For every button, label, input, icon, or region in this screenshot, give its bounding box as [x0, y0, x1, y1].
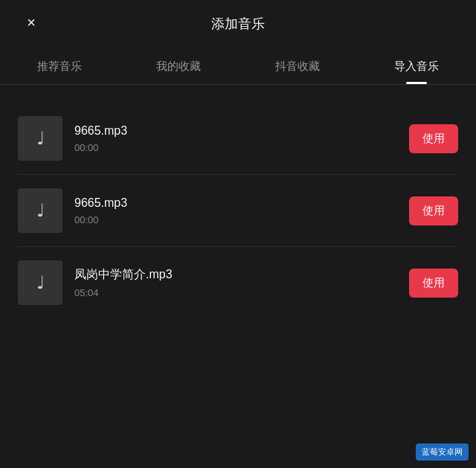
close-icon: ×: [27, 14, 36, 31]
use-button[interactable]: 使用: [409, 196, 458, 225]
close-button[interactable]: ×: [18, 9, 45, 36]
list-item: ♩ 凤岗中学简介.mp3 05:04 使用: [0, 247, 476, 318]
tab-recommended[interactable]: 推荐音乐: [0, 54, 119, 84]
music-info: 凤岗中学简介.mp3 05:04: [74, 267, 397, 298]
use-button[interactable]: 使用: [409, 269, 458, 298]
music-duration: 05:04: [74, 287, 397, 298]
music-duration: 00:00: [74, 214, 397, 225]
music-info: 9665.mp3 00:00: [74, 196, 397, 225]
music-info: 9665.mp3 00:00: [74, 124, 397, 153]
music-note-icon: ♩: [36, 272, 45, 293]
watermark: 蓝莓安卓网: [416, 443, 469, 461]
music-thumbnail: ♩: [18, 260, 62, 305]
music-duration: 00:00: [74, 142, 397, 153]
list-item: ♩ 9665.mp3 00:00 使用: [0, 175, 476, 246]
music-name: 凤岗中学简介.mp3: [74, 267, 397, 283]
tab-import[interactable]: 导入音乐: [357, 54, 476, 84]
watermark-text: 蓝莓安卓网: [422, 447, 463, 456]
app-container: × 添加音乐 推荐音乐 我的收藏 抖音收藏 导入音乐 ♩ 9665.mp3 00…: [0, 0, 476, 468]
use-button[interactable]: 使用: [409, 124, 458, 153]
header: × 添加音乐: [0, 0, 476, 45]
music-name: 9665.mp3: [74, 196, 397, 210]
page-title: 添加音乐: [211, 15, 265, 33]
music-thumbnail: ♩: [18, 116, 62, 161]
music-name: 9665.mp3: [74, 124, 397, 138]
music-note-icon: ♩: [36, 128, 45, 149]
tab-douyin[interactable]: 抖音收藏: [238, 54, 357, 84]
tab-bar: 推荐音乐 我的收藏 抖音收藏 导入音乐: [0, 45, 476, 85]
list-item: ♩ 9665.mp3 00:00 使用: [0, 103, 476, 174]
music-note-icon: ♩: [36, 200, 45, 221]
music-list: ♩ 9665.mp3 00:00 使用 ♩ 9665.mp3 00:00 使用: [0, 91, 476, 330]
music-thumbnail: ♩: [18, 188, 62, 233]
tab-favorites[interactable]: 我的收藏: [119, 54, 238, 84]
